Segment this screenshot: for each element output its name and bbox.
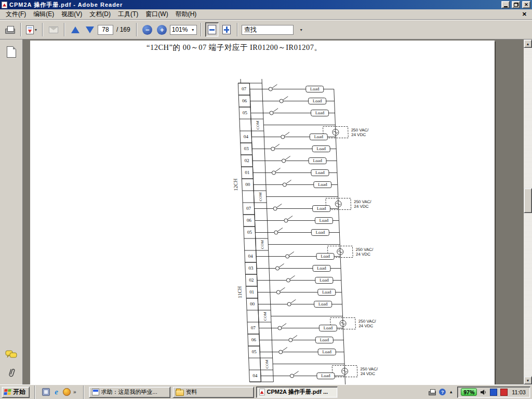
email-icon (49, 26, 58, 33)
task-label: 求助：这是我的毕业... (101, 388, 157, 396)
page-total-label: / 169 (116, 26, 130, 33)
taskbar-task-webpage[interactable]: 求助：这是我的毕业... (89, 387, 170, 398)
voltage-label: 24 VDC (351, 133, 366, 138)
fit-width-button[interactable] (205, 22, 219, 37)
volume-icon[interactable] (480, 389, 487, 395)
com-terminal-label: COM (263, 312, 268, 321)
menu-tools[interactable]: 工具(T) (114, 9, 142, 20)
media-player-icon[interactable] (63, 388, 71, 396)
scroll-down-button[interactable]: ▼ (524, 376, 532, 384)
next-page-button[interactable] (83, 22, 97, 37)
voltage-label: 250 VAC/ (360, 367, 378, 372)
voltage-label: 24 VDC (356, 252, 371, 257)
relay-contact (269, 87, 272, 91)
load-label: Load (316, 147, 326, 152)
terminal-number-label: 06 (242, 99, 247, 104)
email-button[interactable] (47, 22, 60, 37)
relay-contact (275, 267, 279, 270)
menu-edit[interactable]: 编辑(E) (30, 9, 58, 20)
zoom-in-button[interactable]: + (155, 22, 169, 37)
relay-contact (280, 99, 283, 103)
start-button[interactable]: 开始 (2, 387, 30, 398)
restore-button[interactable] (512, 1, 520, 8)
caret-down-icon: ▼ (299, 28, 303, 32)
find-label: 查找 (244, 25, 257, 34)
relay-contact (274, 231, 278, 234)
document-pane[interactable]: “12CH”的 00～07 端子对应于 IR01200～IR01207。 07L… (23, 39, 524, 384)
windows-logo-icon (4, 389, 11, 395)
scrollbar-thumb[interactable] (524, 188, 532, 213)
pages-panel-tab[interactable] (5, 45, 18, 59)
close-icon: ✕ (524, 2, 528, 7)
load-label: Load (320, 278, 329, 283)
find-options-button[interactable]: ▼ (295, 22, 308, 37)
find-input[interactable]: 查找 (242, 25, 294, 35)
terminal-number-label: 07 (246, 206, 251, 211)
toolbar-separator (237, 23, 238, 36)
overflow-chevron-icon[interactable]: » (73, 389, 76, 395)
load-label: Load (322, 350, 332, 355)
fit-page-button[interactable] (220, 22, 233, 37)
load-label: Load (318, 182, 328, 188)
com-terminal-label: COM (265, 360, 270, 369)
page-heading-text: “12CH”的 00～07 端子对应于 IR01200～IR01207。 (147, 43, 322, 52)
voltage-label: 250 VAC/ (354, 200, 372, 205)
load-label: Load (323, 326, 333, 331)
relay-contact (278, 326, 282, 330)
menu-document[interactable]: 文档(D) (86, 9, 114, 20)
taskbar-separator (34, 385, 35, 399)
collapse-chevron-icon[interactable]: ▲ (449, 390, 453, 394)
taskbar-task-pdf[interactable]: CPM2A 操作手册.pdf ... (256, 387, 338, 398)
taskbar-task-folder[interactable]: 资料 (172, 387, 254, 398)
task-label: CPM2A 操作手册.pdf ... (267, 388, 328, 396)
load-label: Load (322, 290, 332, 295)
zoom-level-select[interactable]: 101% ▼ (170, 25, 197, 35)
print-button[interactable] (3, 22, 17, 37)
language-indicator-icon[interactable] (500, 389, 508, 396)
scroll-up-button[interactable]: ▲ (524, 39, 532, 48)
save-copy-button[interactable]: ▼ (25, 22, 38, 37)
menu-view[interactable]: 视图(V) (58, 9, 86, 20)
channel-label: 12CH (232, 179, 238, 191)
battery-indicator[interactable]: 97% (461, 388, 477, 396)
load-label: Load (315, 111, 325, 116)
document-close-button[interactable]: ✕ (519, 11, 530, 18)
relay-contact (282, 159, 285, 163)
scrollbar-track[interactable] (524, 48, 532, 376)
system-tray: 97% 11:03 (457, 387, 530, 398)
pdf-file-icon (259, 389, 265, 395)
webpage-icon (92, 389, 99, 395)
zoom-out-button[interactable]: − (141, 22, 154, 37)
internet-explorer-icon[interactable]: e (52, 388, 60, 396)
clock[interactable]: 11:03 (512, 389, 526, 395)
zoom-out-icon: − (142, 25, 152, 35)
output-wiring-diagram: 07Load06Load05LoadCOM250 VAC/24 VDC04Loa… (230, 79, 385, 384)
vertical-scrollbar[interactable]: ▲ ▼ (524, 39, 532, 384)
comments-panel-tab[interactable] (5, 347, 18, 362)
relay-contact (281, 135, 285, 139)
scroll-up-icon: ▲ (526, 42, 530, 46)
menu-file[interactable]: 文件(F) (2, 9, 30, 20)
menu-window[interactable]: 窗口(W) (142, 9, 171, 20)
terminal-number-label: 05 (243, 111, 248, 116)
attachments-panel-tab[interactable] (5, 366, 18, 380)
help-indicator-icon[interactable]: ? (439, 389, 446, 395)
show-desktop-icon[interactable] (42, 388, 50, 396)
load-label: Load (317, 206, 327, 211)
relay-contact (283, 183, 286, 187)
minimize-button[interactable] (501, 1, 510, 8)
quick-launch-bar: e » (40, 388, 78, 396)
terminal-number-label: 04 (252, 374, 258, 379)
previous-page-button[interactable] (69, 22, 82, 37)
input-method-icon[interactable] (490, 389, 497, 396)
terminal-number-label: 02 (249, 278, 254, 283)
toolbar-separator (20, 23, 21, 36)
page-number-input[interactable] (98, 25, 113, 35)
close-button[interactable]: ✕ (522, 1, 530, 8)
terminal-number-label: 05 (247, 230, 252, 235)
menu-help[interactable]: 帮助(H) (172, 9, 201, 20)
voltage-label: 250 VAC/ (355, 248, 374, 252)
load-label: Load (320, 338, 329, 343)
voltage-label: 24 VDC (361, 372, 376, 377)
printer-status-icon[interactable] (429, 389, 436, 395)
